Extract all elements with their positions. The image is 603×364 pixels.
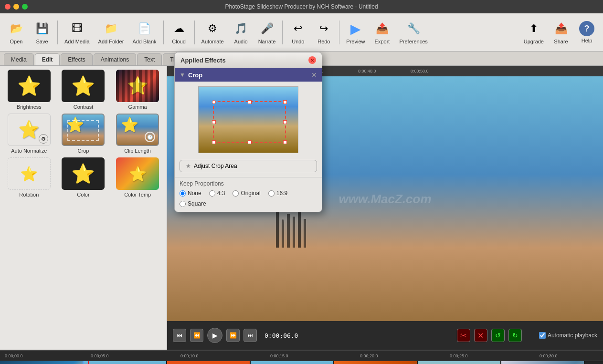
effect-gamma[interactable]: ⭐ Gamma — [112, 70, 163, 110]
add-folder-icon: 📁 — [103, 20, 120, 37]
contrast-thumb: ⭐ — [62, 70, 105, 102]
maximize-button[interactable] — [22, 4, 28, 10]
step-forward-button[interactable]: ⏩ — [226, 329, 240, 342]
share-label: Share — [554, 39, 568, 44]
effects-grid: ⭐ Brightness ⭐ Contrast ⭐ Gamma — [4, 70, 163, 198]
table-row[interactable]: 5.0 secs — [167, 361, 251, 364]
share-button[interactable]: 📤 Share — [549, 18, 573, 46]
help-label: Help — [582, 38, 592, 43]
narrate-icon: 🎤 — [258, 20, 275, 37]
tab-media[interactable]: Media — [4, 53, 34, 65]
open-icon: 📂 — [8, 20, 25, 37]
add-folder-button[interactable]: 📁 Add Folder — [95, 18, 128, 46]
proportion-original[interactable]: Original — [233, 190, 260, 197]
adjust-crop-label: Adjust Crop Area — [194, 163, 237, 169]
redo-button[interactable]: ↪ Redo — [311, 18, 336, 46]
crop-handle-top-left[interactable] — [212, 100, 216, 104]
undo-ctrl-button[interactable]: ↺ — [491, 329, 505, 342]
tab-edit[interactable]: Edit — [35, 53, 60, 65]
auto-playback-text: Automatic playback — [548, 332, 597, 339]
narrate-button[interactable]: 🎤 Narrate — [254, 18, 280, 46]
crop-rectangle[interactable] — [213, 101, 286, 143]
preferences-button[interactable]: 🔧 Preferences — [395, 18, 431, 46]
effect-auto-normalize[interactable]: ⭐ ⚙ Auto Normalize — [4, 114, 54, 154]
effect-color[interactable]: ⭐ Color — [58, 157, 109, 198]
tab-effects[interactable]: Effects — [61, 53, 92, 65]
watermark: www.MacZ.com — [339, 191, 431, 206]
time-mark-6: 0:00;30.0 — [540, 354, 558, 358]
proportion-4x3-radio[interactable] — [209, 190, 215, 197]
preview-button[interactable]: ▶ Preview — [342, 18, 369, 46]
brightness-label: Brightness — [17, 104, 42, 110]
crop-handle-bottom-left[interactable] — [212, 140, 216, 144]
automate-button[interactable]: ⚙ Automate — [198, 18, 228, 46]
crop-handle-middle-right[interactable] — [283, 120, 287, 124]
cloud-button[interactable]: ☁ Cloud — [167, 18, 191, 46]
delete-button[interactable]: ✕ — [474, 329, 487, 342]
effects-panel: ⭐ Brightness ⭐ Contrast ⭐ Gamma — [0, 66, 167, 350]
proportion-original-radio[interactable] — [233, 190, 239, 197]
skip-end-button[interactable]: ⏭ — [243, 329, 257, 342]
expand-icon[interactable]: ▼ — [180, 72, 185, 78]
table-row[interactable]: 5.0 secs — [501, 361, 585, 364]
proportion-square-radio[interactable] — [180, 201, 186, 207]
gamma-label: Gamma — [128, 104, 147, 110]
crop-handle-top-right[interactable] — [283, 100, 287, 104]
effect-contrast[interactable]: ⭐ Contrast — [58, 70, 109, 110]
playhead[interactable] — [88, 361, 89, 364]
table-row[interactable]: 5.0 secs — [334, 361, 418, 364]
tab-text[interactable]: Text — [137, 53, 162, 65]
help-button[interactable]: ? Help — [574, 19, 599, 45]
table-row[interactable]: 5.0 secs — [251, 361, 334, 364]
proportion-16x9-radio[interactable] — [268, 190, 275, 197]
auto-playback-checkbox[interactable] — [539, 332, 546, 339]
add-media-button[interactable]: 🎞 Add Media — [61, 18, 94, 46]
save-button[interactable]: 💾 Save — [30, 18, 54, 46]
effect-crop[interactable]: ⭐ Crop — [58, 114, 109, 154]
proportion-16x9[interactable]: 16:9 — [268, 190, 287, 197]
upgrade-button[interactable]: ⬆ Upgrade — [520, 18, 548, 46]
table-row[interactable]: 5.0 secs — [418, 361, 501, 364]
crop-handle-top-middle[interactable] — [248, 100, 252, 104]
save-label: Save — [36, 39, 48, 44]
close-button[interactable] — [5, 4, 11, 10]
cut-button[interactable]: ✂ — [457, 329, 470, 342]
undo-button[interactable]: ↩ Undo — [286, 18, 310, 46]
clip-thumb-3 — [167, 361, 250, 364]
color-temp-label: Color Temp — [124, 192, 151, 198]
table-row[interactable]: 5.0 secs — [0, 361, 84, 364]
add-blank-button[interactable]: 📄 Add Blank — [128, 18, 160, 46]
play-button[interactable]: ▶ — [207, 328, 222, 343]
table-row[interactable]: 5.0 secs — [84, 361, 167, 364]
export-button[interactable]: 📤 Export — [370, 18, 394, 46]
auto-normalize-thumb: ⭐ ⚙ — [8, 114, 51, 146]
effect-color-temp[interactable]: ⭐ Color Temp — [112, 157, 163, 198]
proportion-square-label: Square — [188, 200, 206, 207]
remove-effect-button[interactable]: ✕ — [311, 71, 317, 79]
crop-handle-bottom-right[interactable] — [283, 140, 287, 144]
color-temp-star-icon: ⭐ — [129, 166, 147, 182]
crop-handle-middle-left[interactable] — [212, 120, 216, 124]
adjust-crop-button[interactable]: Adjust Crop Area — [180, 160, 317, 172]
tab-animations[interactable]: Animations — [94, 53, 136, 65]
step-back-button[interactable]: ⏪ — [190, 329, 203, 342]
proportion-none[interactable]: None — [180, 190, 201, 197]
proportion-4x3-label: 4:3 — [217, 190, 225, 197]
proportion-4x3[interactable]: 4:3 — [209, 190, 225, 197]
effect-rotation[interactable]: ⭐ Rotation — [4, 157, 54, 198]
skip-start-button[interactable]: ⏮ — [173, 329, 186, 342]
dialog-close-button[interactable]: ✕ — [308, 56, 316, 64]
effect-brightness[interactable]: ⭐ Brightness — [4, 70, 54, 110]
crop-handle-bottom-middle[interactable] — [248, 140, 252, 144]
open-button[interactable]: 📂 Open — [4, 18, 29, 46]
minimize-button[interactable] — [13, 4, 19, 10]
proportions-section: Keep Proportions None 4:3 Original 16:9 … — [175, 177, 322, 212]
audio-icon: 🎵 — [233, 20, 250, 37]
time-mark-0: 0:00;00.0 — [5, 354, 23, 358]
audio-button[interactable]: 🎵 Audio — [229, 18, 254, 46]
proportion-none-radio[interactable] — [180, 190, 186, 197]
time-mark-4: 0:00;20.0 — [360, 354, 378, 358]
effect-clip-length[interactable]: ⭐ 🕐 Clip Length — [112, 114, 163, 154]
redo-ctrl-button[interactable]: ↻ — [508, 329, 522, 342]
proportion-square[interactable]: Square — [180, 200, 206, 207]
